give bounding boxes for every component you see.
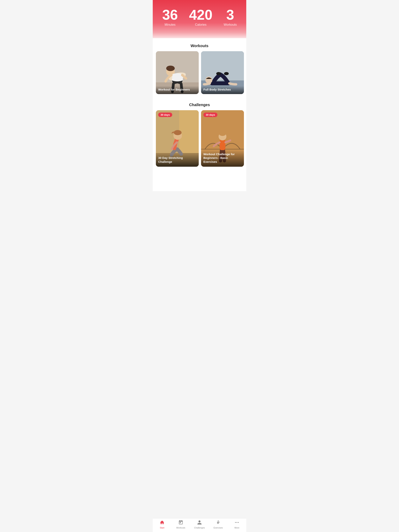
calories-value: 420 <box>189 8 212 22</box>
workouts-value: 3 <box>224 8 237 22</box>
challenge-card-1[interactable]: 30 days 30 Day Stretching Challenge <box>156 110 199 167</box>
svg-point-10 <box>224 72 229 75</box>
svg-rect-7 <box>210 81 229 85</box>
stat-minutes: 36 Minutes <box>162 8 178 26</box>
stat-workouts: 3 Workouts <box>224 8 237 26</box>
challenge-card-2[interactable]: 30 days Workout Challenge for Beginners … <box>201 110 244 167</box>
minutes-value: 36 <box>162 8 178 22</box>
calories-label: Calories <box>189 23 212 26</box>
svg-point-25 <box>174 130 182 135</box>
svg-point-4 <box>166 66 175 71</box>
challenges-section-title: Challenges <box>153 97 246 110</box>
svg-point-30 <box>219 131 226 136</box>
svg-point-9 <box>216 72 221 75</box>
challenge-card-1-label: 30 Day Stretching Challenge <box>156 154 199 167</box>
workout-card-1-label: Workout for Beginners <box>156 86 199 94</box>
workouts-label: Workouts <box>224 23 237 26</box>
workout-card-2[interactable]: Full Body Stretches <box>201 51 244 94</box>
workout-card-1[interactable]: Workout for Beginners <box>156 51 199 94</box>
challenges-row[interactable]: 30 days 30 Day Stretching Challenge <box>153 110 246 170</box>
header-stats: 36 Minutes 420 Calories 3 Workouts <box>153 0 246 38</box>
minutes-label: Minutes <box>162 23 178 26</box>
main-content: Workouts <box>153 38 246 191</box>
workout-card-2-label: Full Body Stretches <box>201 86 244 94</box>
workouts-section-title: Workouts <box>153 38 246 51</box>
svg-rect-28 <box>219 139 225 150</box>
challenge-badge-1: 30 days <box>158 113 172 117</box>
workouts-row[interactable]: Workout for Beginners <box>153 51 246 97</box>
stat-calories: 420 Calories <box>189 8 212 26</box>
challenge-card-2-label: Workout Challenge for Beginners - Basic … <box>201 150 244 167</box>
challenge-badge-2: 30 days <box>203 113 217 117</box>
